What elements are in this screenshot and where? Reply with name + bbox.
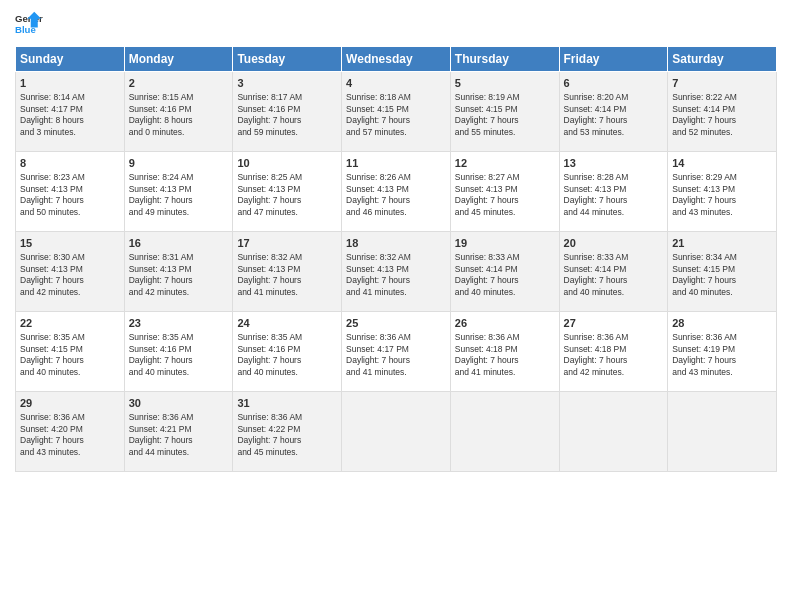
- day-cell: 26Sunrise: 8:36 AM Sunset: 4:18 PM Dayli…: [450, 312, 559, 392]
- header-cell-thursday: Thursday: [450, 47, 559, 72]
- day-info: Sunrise: 8:23 AM Sunset: 4:13 PM Dayligh…: [20, 172, 120, 218]
- day-number: 21: [672, 236, 772, 251]
- day-cell: 14Sunrise: 8:29 AM Sunset: 4:13 PM Dayli…: [668, 152, 777, 232]
- day-number: 8: [20, 156, 120, 171]
- header-cell-tuesday: Tuesday: [233, 47, 342, 72]
- day-cell: 7Sunrise: 8:22 AM Sunset: 4:14 PM Daylig…: [668, 72, 777, 152]
- day-cell: 29Sunrise: 8:36 AM Sunset: 4:20 PM Dayli…: [16, 392, 125, 472]
- day-info: Sunrise: 8:24 AM Sunset: 4:13 PM Dayligh…: [129, 172, 229, 218]
- day-number: 25: [346, 316, 446, 331]
- day-info: Sunrise: 8:19 AM Sunset: 4:15 PM Dayligh…: [455, 92, 555, 138]
- day-number: 4: [346, 76, 446, 91]
- day-number: 1: [20, 76, 120, 91]
- day-cell: 19Sunrise: 8:33 AM Sunset: 4:14 PM Dayli…: [450, 232, 559, 312]
- day-cell: 3Sunrise: 8:17 AM Sunset: 4:16 PM Daylig…: [233, 72, 342, 152]
- day-info: Sunrise: 8:30 AM Sunset: 4:13 PM Dayligh…: [20, 252, 120, 298]
- header-cell-monday: Monday: [124, 47, 233, 72]
- day-number: 14: [672, 156, 772, 171]
- day-number: 2: [129, 76, 229, 91]
- day-number: 5: [455, 76, 555, 91]
- day-cell: 2Sunrise: 8:15 AM Sunset: 4:16 PM Daylig…: [124, 72, 233, 152]
- day-info: Sunrise: 8:31 AM Sunset: 4:13 PM Dayligh…: [129, 252, 229, 298]
- day-cell: 23Sunrise: 8:35 AM Sunset: 4:16 PM Dayli…: [124, 312, 233, 392]
- day-info: Sunrise: 8:36 AM Sunset: 4:18 PM Dayligh…: [564, 332, 664, 378]
- day-cell: [559, 392, 668, 472]
- day-info: Sunrise: 8:33 AM Sunset: 4:14 PM Dayligh…: [564, 252, 664, 298]
- day-info: Sunrise: 8:34 AM Sunset: 4:15 PM Dayligh…: [672, 252, 772, 298]
- day-cell: 25Sunrise: 8:36 AM Sunset: 4:17 PM Dayli…: [342, 312, 451, 392]
- day-info: Sunrise: 8:15 AM Sunset: 4:16 PM Dayligh…: [129, 92, 229, 138]
- day-cell: 16Sunrise: 8:31 AM Sunset: 4:13 PM Dayli…: [124, 232, 233, 312]
- day-info: Sunrise: 8:32 AM Sunset: 4:13 PM Dayligh…: [237, 252, 337, 298]
- page: General Blue SundayMondayTuesdayWednesda…: [0, 0, 792, 612]
- day-cell: 20Sunrise: 8:33 AM Sunset: 4:14 PM Dayli…: [559, 232, 668, 312]
- day-info: Sunrise: 8:27 AM Sunset: 4:13 PM Dayligh…: [455, 172, 555, 218]
- day-cell: 17Sunrise: 8:32 AM Sunset: 4:13 PM Dayli…: [233, 232, 342, 312]
- day-number: 9: [129, 156, 229, 171]
- day-number: 11: [346, 156, 446, 171]
- day-cell: 6Sunrise: 8:20 AM Sunset: 4:14 PM Daylig…: [559, 72, 668, 152]
- day-cell: [342, 392, 451, 472]
- day-number: 28: [672, 316, 772, 331]
- day-info: Sunrise: 8:32 AM Sunset: 4:13 PM Dayligh…: [346, 252, 446, 298]
- day-number: 6: [564, 76, 664, 91]
- day-cell: 15Sunrise: 8:30 AM Sunset: 4:13 PM Dayli…: [16, 232, 125, 312]
- day-cell: 31Sunrise: 8:36 AM Sunset: 4:22 PM Dayli…: [233, 392, 342, 472]
- day-number: 20: [564, 236, 664, 251]
- header-cell-friday: Friday: [559, 47, 668, 72]
- day-info: Sunrise: 8:29 AM Sunset: 4:13 PM Dayligh…: [672, 172, 772, 218]
- day-info: Sunrise: 8:28 AM Sunset: 4:13 PM Dayligh…: [564, 172, 664, 218]
- header-cell-saturday: Saturday: [668, 47, 777, 72]
- day-number: 27: [564, 316, 664, 331]
- day-number: 29: [20, 396, 120, 411]
- day-number: 23: [129, 316, 229, 331]
- calendar-table: SundayMondayTuesdayWednesdayThursdayFrid…: [15, 46, 777, 472]
- day-info: Sunrise: 8:17 AM Sunset: 4:16 PM Dayligh…: [237, 92, 337, 138]
- day-number: 22: [20, 316, 120, 331]
- day-number: 26: [455, 316, 555, 331]
- day-cell: 9Sunrise: 8:24 AM Sunset: 4:13 PM Daylig…: [124, 152, 233, 232]
- day-info: Sunrise: 8:35 AM Sunset: 4:16 PM Dayligh…: [129, 332, 229, 378]
- day-info: Sunrise: 8:18 AM Sunset: 4:15 PM Dayligh…: [346, 92, 446, 138]
- day-info: Sunrise: 8:26 AM Sunset: 4:13 PM Dayligh…: [346, 172, 446, 218]
- week-row-3: 15Sunrise: 8:30 AM Sunset: 4:13 PM Dayli…: [16, 232, 777, 312]
- day-cell: 11Sunrise: 8:26 AM Sunset: 4:13 PM Dayli…: [342, 152, 451, 232]
- day-cell: [450, 392, 559, 472]
- day-cell: 12Sunrise: 8:27 AM Sunset: 4:13 PM Dayli…: [450, 152, 559, 232]
- day-info: Sunrise: 8:25 AM Sunset: 4:13 PM Dayligh…: [237, 172, 337, 218]
- day-info: Sunrise: 8:36 AM Sunset: 4:17 PM Dayligh…: [346, 332, 446, 378]
- day-number: 19: [455, 236, 555, 251]
- day-cell: 10Sunrise: 8:25 AM Sunset: 4:13 PM Dayli…: [233, 152, 342, 232]
- day-cell: [668, 392, 777, 472]
- header-row: SundayMondayTuesdayWednesdayThursdayFrid…: [16, 47, 777, 72]
- day-cell: 28Sunrise: 8:36 AM Sunset: 4:19 PM Dayli…: [668, 312, 777, 392]
- day-info: Sunrise: 8:36 AM Sunset: 4:18 PM Dayligh…: [455, 332, 555, 378]
- day-info: Sunrise: 8:35 AM Sunset: 4:15 PM Dayligh…: [20, 332, 120, 378]
- day-info: Sunrise: 8:35 AM Sunset: 4:16 PM Dayligh…: [237, 332, 337, 378]
- day-info: Sunrise: 8:36 AM Sunset: 4:19 PM Dayligh…: [672, 332, 772, 378]
- day-cell: 5Sunrise: 8:19 AM Sunset: 4:15 PM Daylig…: [450, 72, 559, 152]
- day-cell: 4Sunrise: 8:18 AM Sunset: 4:15 PM Daylig…: [342, 72, 451, 152]
- week-row-4: 22Sunrise: 8:35 AM Sunset: 4:15 PM Dayli…: [16, 312, 777, 392]
- header-cell-wednesday: Wednesday: [342, 47, 451, 72]
- day-number: 15: [20, 236, 120, 251]
- day-number: 16: [129, 236, 229, 251]
- day-info: Sunrise: 8:36 AM Sunset: 4:22 PM Dayligh…: [237, 412, 337, 458]
- day-cell: 24Sunrise: 8:35 AM Sunset: 4:16 PM Dayli…: [233, 312, 342, 392]
- day-cell: 1Sunrise: 8:14 AM Sunset: 4:17 PM Daylig…: [16, 72, 125, 152]
- day-cell: 30Sunrise: 8:36 AM Sunset: 4:21 PM Dayli…: [124, 392, 233, 472]
- logo: General Blue: [15, 10, 43, 38]
- day-number: 10: [237, 156, 337, 171]
- week-row-5: 29Sunrise: 8:36 AM Sunset: 4:20 PM Dayli…: [16, 392, 777, 472]
- day-cell: 22Sunrise: 8:35 AM Sunset: 4:15 PM Dayli…: [16, 312, 125, 392]
- day-cell: 13Sunrise: 8:28 AM Sunset: 4:13 PM Dayli…: [559, 152, 668, 232]
- day-info: Sunrise: 8:22 AM Sunset: 4:14 PM Dayligh…: [672, 92, 772, 138]
- header: General Blue: [15, 10, 777, 38]
- week-row-2: 8Sunrise: 8:23 AM Sunset: 4:13 PM Daylig…: [16, 152, 777, 232]
- logo-icon: General Blue: [15, 10, 43, 38]
- day-number: 30: [129, 396, 229, 411]
- day-number: 3: [237, 76, 337, 91]
- day-info: Sunrise: 8:20 AM Sunset: 4:14 PM Dayligh…: [564, 92, 664, 138]
- header-cell-sunday: Sunday: [16, 47, 125, 72]
- day-number: 13: [564, 156, 664, 171]
